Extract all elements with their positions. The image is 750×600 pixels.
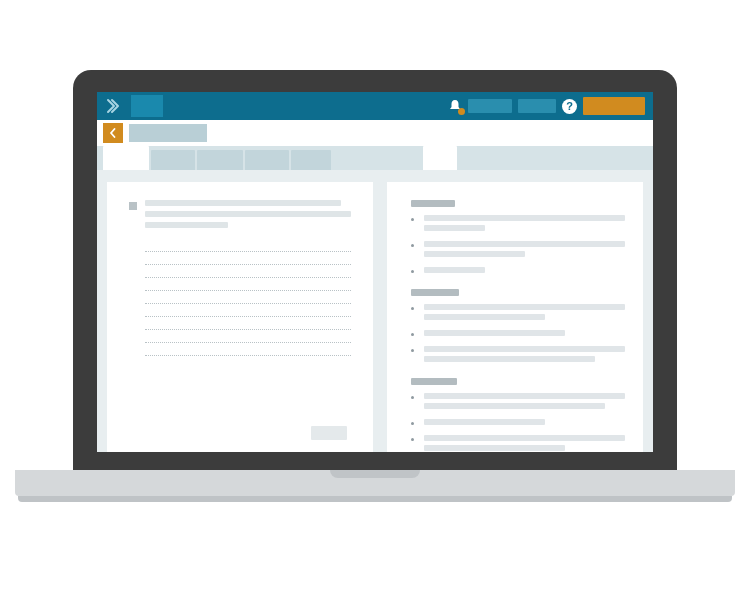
- editor-pane: [107, 182, 373, 452]
- list-item: [411, 215, 625, 235]
- page-title: [129, 124, 207, 142]
- nav-item-active[interactable]: [131, 95, 163, 117]
- section-heading-1: [411, 289, 459, 296]
- section-heading-2: [411, 378, 457, 385]
- sub-header: [97, 120, 653, 146]
- nav-link-2[interactable]: [518, 99, 556, 113]
- nav-link-1[interactable]: [468, 99, 512, 113]
- tab-0[interactable]: [103, 146, 149, 170]
- list-item: [411, 393, 625, 413]
- app-screen: ?: [97, 92, 653, 452]
- list-item: [411, 346, 625, 366]
- notification-bell-icon[interactable]: [448, 99, 462, 113]
- info-pane: [387, 182, 643, 452]
- tab-bar: [97, 146, 653, 170]
- submit-button[interactable]: [311, 426, 347, 440]
- help-icon[interactable]: ?: [562, 99, 577, 114]
- primary-cta-button[interactable]: [583, 97, 645, 115]
- section-2-list: [411, 393, 625, 452]
- screen-bezel: ?: [73, 70, 677, 470]
- back-button[interactable]: [103, 123, 123, 143]
- doc-marker-icon: [129, 202, 137, 210]
- list-item: [411, 435, 625, 452]
- tab-right-0[interactable]: [423, 146, 457, 170]
- main-content: [97, 170, 653, 452]
- section-1-list: [411, 304, 625, 366]
- list-item: [411, 267, 625, 277]
- tab-3[interactable]: [245, 150, 289, 170]
- section-0-list: [411, 215, 625, 277]
- tab-4[interactable]: [291, 150, 331, 170]
- laptop-base: [15, 470, 735, 496]
- text-input-area[interactable]: [145, 251, 351, 356]
- laptop-frame: ?: [73, 70, 677, 496]
- doc-heading: [145, 200, 351, 233]
- section-heading-0: [411, 200, 455, 207]
- top-nav: ?: [97, 92, 653, 120]
- tab-1[interactable]: [151, 150, 195, 170]
- list-item: [411, 304, 625, 324]
- app-logo-icon[interactable]: [105, 98, 121, 114]
- list-item: [411, 419, 625, 429]
- notification-badge: [458, 108, 465, 115]
- list-item: [411, 330, 625, 340]
- list-item: [411, 241, 625, 261]
- tab-2[interactable]: [197, 150, 243, 170]
